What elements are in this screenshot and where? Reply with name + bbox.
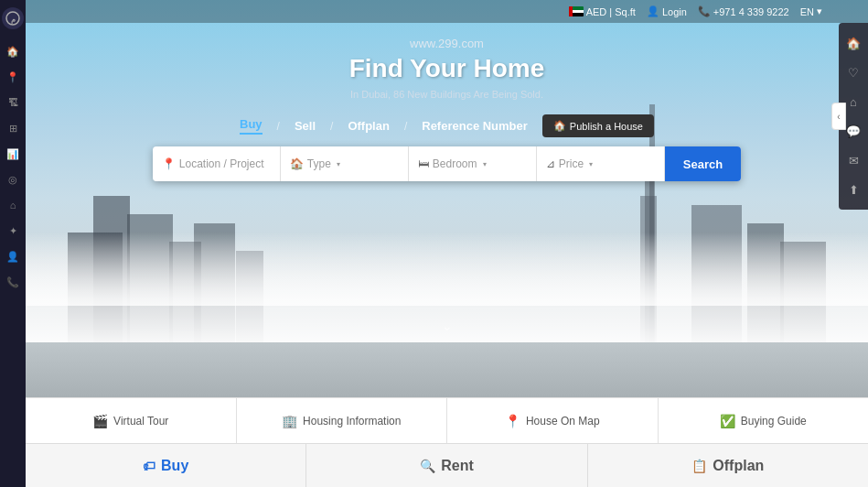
- tab-buy[interactable]: 🏷 Buy: [26, 444, 306, 487]
- right-building-icon[interactable]: 🏠: [841, 30, 866, 56]
- sidebar-home-icon[interactable]: 🏠: [4, 42, 22, 60]
- hero-text-block: www.299.com Find Your Home In Dubai, 86 …: [349, 37, 545, 100]
- tab-buy-label: Buy: [161, 458, 188, 474]
- bedroom-dropdown-icon: ▾: [483, 160, 487, 168]
- tab-rent-label: Rent: [441, 458, 474, 474]
- currency-selector[interactable]: AED | Sq.ft: [569, 6, 636, 17]
- tab-rent[interactable]: 🔍 Rent: [306, 444, 587, 487]
- price-icon: ⊿: [546, 157, 555, 170]
- nav-buy[interactable]: Buy: [240, 117, 263, 135]
- type-dropdown-icon: ▾: [337, 160, 340, 168]
- virtual-tour-icon: 🎬: [92, 414, 108, 428]
- buying-guide-label: Buying Guide: [741, 415, 807, 427]
- house-on-map-item[interactable]: 📍 House On Map: [447, 398, 659, 443]
- right-sidebar: ‹ 🏠 ♡ ⌂ 💬 ✉ ⬆: [839, 23, 868, 210]
- chevron-down-icon: ⌄: [442, 319, 453, 333]
- type-placeholder: Type: [307, 157, 331, 170]
- tab-offplan-label: Offplan: [713, 458, 764, 474]
- uae-flag-icon: [569, 6, 584, 16]
- phone-number[interactable]: 📞 +971 4 339 9222: [698, 5, 789, 17]
- language-selector[interactable]: EN ▾: [800, 5, 822, 17]
- clipboard-icon: 📋: [691, 459, 707, 473]
- sidebar-toggle-button[interactable]: ‹: [831, 103, 846, 130]
- nav-offplan[interactable]: Offplan: [348, 119, 390, 133]
- checkmark-icon: ✅: [720, 414, 735, 428]
- virtual-tour-item[interactable]: 🎬 Virtual Tour: [26, 398, 237, 443]
- housing-info-icon: 🏢: [282, 414, 297, 428]
- buying-guide-item[interactable]: ✅ Buying Guide: [659, 398, 869, 443]
- sidebar-grid-icon[interactable]: ⊞: [4, 119, 22, 137]
- svg-text:م: م: [11, 16, 16, 24]
- house-icon: 🏠: [553, 120, 566, 132]
- login-label: Login: [662, 6, 687, 17]
- sidebar-location-icon[interactable]: ◎: [4, 170, 22, 189]
- nav-sell[interactable]: Sell: [295, 119, 316, 133]
- hero-subtitle: In Dubai, 86 New Buildings Are Being Sol…: [349, 89, 545, 100]
- hero-headline: Find Your Home: [349, 54, 545, 83]
- sidebar-user-icon[interactable]: 👤: [4, 247, 22, 265]
- housing-info-label: Housing Information: [303, 415, 401, 427]
- chevron-down-icon: ▾: [817, 5, 822, 17]
- main-content: AED | Sq.ft 👤 Login 📞 +971 4 339 9222 EN…: [26, 0, 868, 487]
- hero-section: ‹ 🏠 ♡ ⌂ 💬 ✉ ⬆: [26, 0, 868, 397]
- nav-reference[interactable]: Reference Number: [422, 119, 528, 133]
- location-field[interactable]: 📍 Location / Project: [153, 146, 281, 181]
- publish-label: Publish a House: [570, 121, 643, 132]
- sidebar-phone-icon[interactable]: 📞: [4, 273, 22, 291]
- bedroom-placeholder: Bedroom: [433, 157, 477, 170]
- publish-house-button[interactable]: 🏠 Publish a House: [542, 114, 654, 137]
- right-upload-icon[interactable]: ⬆: [841, 177, 866, 202]
- site-url: www.299.com: [349, 37, 545, 50]
- language-label: EN: [800, 6, 814, 17]
- user-icon: 👤: [647, 5, 659, 17]
- tab-offplan[interactable]: 📋 Offplan: [588, 444, 868, 487]
- price-field[interactable]: ⊿ Price ▾: [537, 146, 665, 181]
- type-icon: 🏠: [290, 157, 304, 170]
- phone-icon: 📞: [698, 5, 711, 17]
- sidebar-building-icon[interactable]: 🏗: [4, 93, 22, 112]
- top-bar: AED | Sq.ft 👤 Login 📞 +971 4 339 9222 EN…: [26, 0, 868, 23]
- sidebar-chart-icon[interactable]: 📊: [4, 145, 22, 163]
- right-message-icon[interactable]: ✉: [841, 147, 866, 173]
- sidebar-house-icon[interactable]: ⌂: [4, 196, 22, 214]
- bedroom-icon: 🛏: [418, 157, 429, 170]
- sidebar-star-icon[interactable]: ✦: [4, 222, 22, 240]
- housing-info-item[interactable]: 🏢 Housing Information: [237, 398, 448, 443]
- location-placeholder: Location / Project: [179, 157, 264, 170]
- bottom-nav-bar: 🎬 Virtual Tour 🏢 Housing Information 📍 H…: [26, 397, 868, 443]
- sidebar-pin-icon[interactable]: 📍: [4, 68, 22, 86]
- search-button[interactable]: Search: [665, 146, 741, 181]
- price-dropdown-icon: ▾: [589, 160, 593, 168]
- scroll-down-indicator[interactable]: ⌄: [442, 319, 453, 333]
- location-icon: 📍: [162, 157, 176, 170]
- footer-tabs: 🏷 Buy 🔍 Rent 📋 Offplan: [26, 443, 868, 487]
- type-field[interactable]: 🏠 Type ▾: [281, 146, 409, 181]
- login-button[interactable]: 👤 Login: [647, 5, 687, 17]
- price-placeholder: Price: [559, 157, 584, 170]
- house-on-map-label: House On Map: [526, 415, 600, 427]
- search-icon: 🔍: [420, 459, 435, 473]
- search-bar: 📍 Location / Project 🏠 Type ▾ 🛏 Bedroom …: [153, 146, 741, 181]
- search-nav: Buy / Sell / Offplan / Reference Number …: [240, 114, 654, 137]
- phone-label: +971 4 339 9222: [713, 6, 789, 17]
- right-heart-icon[interactable]: ♡: [841, 60, 866, 85]
- logo[interactable]: م: [2, 7, 24, 29]
- virtual-tour-label: Virtual Tour: [113, 415, 168, 427]
- tag-icon: 🏷: [143, 459, 155, 473]
- left-sidebar: م 🏠 📍 🏗 ⊞ 📊 ◎ ⌂ ✦ 👤 📞: [0, 0, 26, 487]
- bedroom-field[interactable]: 🛏 Bedroom ▾: [409, 146, 537, 181]
- currency-label: AED | Sq.ft: [586, 6, 636, 17]
- map-pin-icon: 📍: [505, 414, 520, 428]
